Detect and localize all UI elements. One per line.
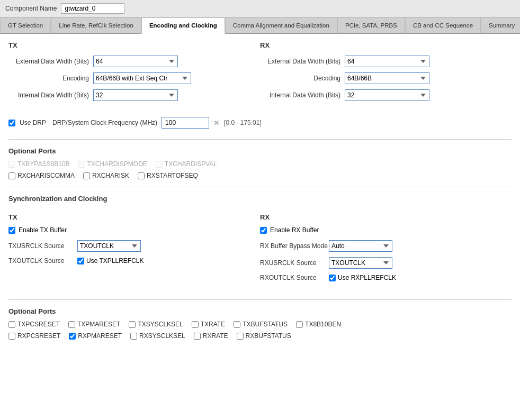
use-drp-checkbox[interactable] bbox=[8, 120, 15, 126]
tab-comma-alignment[interactable]: Comma Alignment and Equalization bbox=[225, 17, 337, 33]
tx-ext-data-width-label: External Data Width (Bits) bbox=[8, 58, 93, 65]
tab-bar: GT Selection Line Rate, RefClk Selection… bbox=[0, 17, 520, 34]
rxsysclksel-checkbox[interactable] bbox=[130, 333, 137, 340]
rxusrclk-select[interactable]: TXOUTCLK bbox=[329, 257, 392, 269]
tx8b10ben-checkbox[interactable] bbox=[296, 321, 303, 328]
use-rxpllrefclk-checkbox[interactable] bbox=[329, 275, 336, 281]
tx8b10ben-label: TX8B10BEN bbox=[305, 321, 341, 328]
rxpcsreset-label: RXPCSRESET bbox=[17, 332, 60, 340]
rxpcsreset-checkbox[interactable] bbox=[8, 333, 15, 340]
sync-tx-col: TX Enable TX Buffer TXUSRCLK Source TXOU… bbox=[8, 213, 260, 287]
rxpmareset-label: RXPMARESET bbox=[78, 332, 122, 340]
tab-cb-cc[interactable]: CB and CC Sequence bbox=[405, 17, 481, 33]
txpmareset-label: TXPMARESET bbox=[77, 321, 120, 328]
rx-ext-data-width-select[interactable]: 64 bbox=[345, 56, 429, 67]
txoutclk-row: TXOUTCLK Source Use TXPLLREFCLK bbox=[8, 257, 260, 264]
txchardispval-label: TXCHARDISPVAL bbox=[165, 160, 217, 168]
cb-txrate: TXRATE bbox=[192, 321, 225, 328]
optional-ports-2-title: Optional Ports bbox=[8, 307, 512, 315]
tab-encoding-clocking[interactable]: Encoding and Clocking bbox=[141, 17, 225, 34]
tx-ext-data-width-row: External Data Width (Bits) 64 bbox=[8, 56, 260, 67]
cb-txsysclksel: TXSYSCLKSEL bbox=[129, 321, 183, 328]
use-rxpllrefclk-label: Use RXPLLREFCLK bbox=[338, 274, 396, 281]
drp-clear-icon[interactable]: ✕ bbox=[213, 118, 220, 127]
enable-tx-buffer-label: Enable TX Buffer bbox=[19, 226, 67, 234]
cb-txchardispval: TXCHARDISPVAL bbox=[156, 160, 217, 168]
txusrclk-label: TXUSRCLK Source bbox=[8, 242, 77, 250]
tab-summary[interactable]: Summary bbox=[481, 17, 520, 33]
sync-rx-label: RX bbox=[260, 213, 512, 221]
use-rxpllrefclk-row: Use RXPLLREFCLK bbox=[329, 274, 396, 281]
rx-int-data-width-label: Internal Data Width (Bits) bbox=[260, 92, 345, 99]
divider-1 bbox=[8, 139, 512, 140]
txbypass-checkbox[interactable] bbox=[8, 161, 15, 168]
rx-buffer-bypass-select[interactable]: Auto bbox=[329, 240, 392, 252]
rxpmareset-checkbox[interactable] bbox=[69, 333, 76, 340]
cb-txpcsreset: TXPCSRESET bbox=[8, 321, 60, 328]
component-name-label: Component Name bbox=[5, 5, 57, 12]
txpcsreset-checkbox[interactable] bbox=[8, 321, 15, 328]
txusrclk-row: TXUSRCLK Source TXOUTCLK bbox=[8, 240, 260, 252]
tab-line-rate[interactable]: Line Rate, RefClk Selection bbox=[51, 17, 141, 33]
tx-ext-data-width-select[interactable]: 64 bbox=[93, 56, 178, 67]
rx-decoding-row: Decoding 64B/66B bbox=[260, 72, 512, 84]
component-name-input[interactable] bbox=[61, 3, 124, 14]
rx-column: RX External Data Width (Bits) 64 Decodin… bbox=[260, 41, 512, 106]
rxbufstatus-label: RXBUFSTATUS bbox=[246, 332, 291, 340]
rxbufstatus-checkbox[interactable] bbox=[237, 333, 244, 340]
cb-rxpmareset: RXPMARESET bbox=[69, 332, 122, 340]
txrate-checkbox[interactable] bbox=[192, 321, 199, 328]
txoutclk-label: TXOUTCLK Source bbox=[8, 257, 77, 264]
drp-clk-label: DRP/System Clock Frequency (MHz) bbox=[52, 119, 157, 126]
enable-rx-buffer-row: Enable RX Buffer bbox=[260, 226, 512, 234]
tab-gt-selection[interactable]: GT Selection bbox=[0, 17, 51, 33]
txsysclksel-label: TXSYSCLKSEL bbox=[138, 321, 183, 328]
rxrate-checkbox[interactable] bbox=[194, 333, 201, 340]
sync-inner: TX Enable TX Buffer TXUSRCLK Source TXOU… bbox=[8, 208, 512, 292]
txbufstatus-checkbox[interactable] bbox=[234, 321, 240, 328]
enable-tx-buffer-checkbox[interactable] bbox=[8, 227, 15, 234]
txrate-label: TXRATE bbox=[201, 321, 225, 328]
rx-int-data-width-row: Internal Data Width (Bits) 32 bbox=[260, 89, 512, 101]
optional-ports-row-1: TXBYPASS8B10B TXCHARDISPMODE TXCHARDISPV… bbox=[8, 160, 512, 168]
rx-buffer-bypass-label: RX Buffer Bypass Mode bbox=[260, 242, 329, 250]
tx-encoding-label: Encoding bbox=[8, 75, 93, 82]
txchardispval-checkbox[interactable] bbox=[156, 161, 163, 168]
rxstartofseq-checkbox[interactable] bbox=[138, 172, 145, 179]
rxoutclk-row: RXOUTCLK Source Use RXPLLREFCLK bbox=[260, 274, 512, 281]
txusrclk-select[interactable]: TXOUTCLK bbox=[77, 240, 141, 252]
tx-int-data-width-label: Internal Data Width (Bits) bbox=[8, 92, 93, 99]
rx-int-data-width-select[interactable]: 32 bbox=[345, 89, 429, 101]
cb-txpmareset: TXPMARESET bbox=[68, 321, 120, 328]
txchardispmode-checkbox[interactable] bbox=[78, 161, 85, 168]
rxchariscomma-checkbox[interactable] bbox=[8, 172, 15, 179]
rxusrclk-row: RXUSRCLK Source TXOUTCLK bbox=[260, 257, 512, 269]
optional-ports-2-section: Optional Ports TXPCSRESET TXPMARESET TXS… bbox=[8, 307, 512, 340]
txsysclksel-checkbox[interactable] bbox=[129, 321, 136, 328]
rxcharisk-label: RXCHARISK bbox=[92, 172, 129, 179]
drp-range-label: [0.0 - 175.01] bbox=[224, 119, 262, 126]
rx-buffer-bypass-row: RX Buffer Bypass Mode Auto bbox=[260, 240, 512, 252]
enable-rx-buffer-checkbox[interactable] bbox=[260, 227, 267, 234]
optional-ports-2-row-2: RXPCSRESET RXPMARESET RXSYSCLKSEL RXRATE… bbox=[8, 332, 512, 340]
use-txpllrefclk-checkbox[interactable] bbox=[77, 258, 84, 264]
txpmareset-checkbox[interactable] bbox=[68, 321, 75, 328]
rx-decoding-select[interactable]: 64B/66B bbox=[345, 72, 429, 84]
txbypass-label: TXBYPASS8B10B bbox=[17, 160, 70, 168]
tx-int-data-width-row: Internal Data Width (Bits) 32 bbox=[8, 89, 260, 101]
tx-encoding-select[interactable]: 64B/66B with Ext Seq Ctr bbox=[93, 72, 191, 84]
use-txpllrefclk-label: Use TXPLLREFCLK bbox=[86, 257, 144, 264]
txbufstatus-label: TXBUFSTATUS bbox=[243, 321, 288, 328]
enable-tx-buffer-row: Enable TX Buffer bbox=[8, 226, 260, 234]
use-drp-label: Use DRP bbox=[20, 119, 46, 126]
rxcharisk-checkbox[interactable] bbox=[83, 172, 90, 179]
cb-rxbufstatus: RXBUFSTATUS bbox=[237, 332, 291, 340]
rxoutclk-label: RXOUTCLK Source bbox=[260, 274, 329, 281]
tab-pcie-sata[interactable]: PCIe, SATA, PRBS bbox=[337, 17, 405, 33]
drp-clk-input[interactable] bbox=[162, 117, 209, 129]
sync-section-title: Synchronization and Clocking bbox=[8, 195, 512, 203]
tx-int-data-width-select[interactable]: 32 bbox=[93, 89, 178, 101]
cb-rxsysclksel: RXSYSCLKSEL bbox=[130, 332, 185, 340]
rx-ext-data-width-label: External Data Width (Bits) bbox=[260, 58, 345, 65]
use-txpllrefclk-row: Use TXPLLREFCLK bbox=[77, 257, 144, 264]
